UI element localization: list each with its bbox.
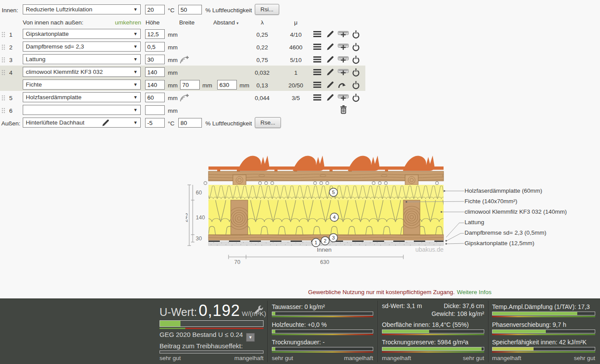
scale-labels: mangelhaftsehr gut — [382, 355, 484, 361]
layer-row-4: 4 climowool Klemmfilz KF3 032▼ mm 0,032 … — [0, 66, 369, 79]
insert-layer-icon[interactable] — [338, 55, 349, 65]
drag-handle-icon[interactable] — [1, 69, 6, 76]
toggle-layer-icon[interactable] — [352, 30, 360, 40]
drag-handle-icon[interactable] — [1, 95, 6, 101]
weitere-infos-link[interactable]: Weitere Infos — [457, 289, 491, 295]
stats-panel: sd-Wert: 3,1 m Dicke: 37,6 cm Gewicht: 1… — [382, 299, 484, 364]
drag-handle-icon[interactable] — [1, 31, 6, 38]
layer-height-input[interactable] — [145, 93, 165, 102]
edit-layer-icon[interactable] — [326, 69, 334, 77]
outside-humidity-input[interactable] — [178, 118, 202, 128]
layer-row-stud-fichte: Fichte▼ mm mm mm 0,13 20/50 — [0, 79, 369, 91]
pencil-icon[interactable] — [102, 119, 109, 128]
wrench-icon[interactable] — [254, 305, 264, 315]
toggle-layer-icon[interactable] — [352, 55, 360, 65]
layer-row-6: 6 ▼ mm — [0, 104, 369, 117]
insert-layer-icon[interactable] — [338, 43, 349, 52]
edit-layer-icon[interactable] — [326, 81, 334, 90]
drag-handle-icon[interactable] — [1, 57, 6, 63]
layer-menu-icon[interactable] — [313, 44, 321, 51]
undo-icon[interactable] — [338, 82, 346, 90]
svg-text:60: 60 — [196, 190, 202, 196]
layer-row-3: 3 Lattung▼ mm 0,75 5/10 — [0, 53, 369, 66]
edit-layer-icon[interactable] — [326, 94, 334, 103]
reverse-link[interactable]: umkehren — [115, 19, 141, 26]
inside-surface-select[interactable]: Reduzierte Luftzirkulation ▼ — [23, 4, 141, 14]
layer-number: 3 — [9, 57, 16, 63]
layer-menu-icon[interactable] — [313, 31, 321, 38]
layer-row-5: 5 Holzfaserdämmplatte▼ mm 0,044 3/5 — [0, 91, 369, 104]
toggle-layer-icon[interactable] — [352, 94, 360, 103]
outside-surface-select[interactable]: Hinterlüftete Dachhaut ▼ — [23, 118, 141, 128]
svg-text:5: 5 — [332, 190, 335, 195]
stud-height-input[interactable] — [145, 80, 165, 90]
layer-menu-icon[interactable] — [313, 56, 321, 64]
chevron-down-icon: ▼ — [133, 82, 138, 87]
outside-temperature-input[interactable] — [145, 118, 165, 128]
svg-text:1: 1 — [315, 240, 317, 245]
lambda-value: 0,22 — [244, 44, 281, 51]
layer-height-input[interactable] — [145, 42, 165, 52]
rse-button[interactable]: Rse... — [255, 117, 281, 128]
chevron-down-icon: ▼ — [133, 57, 138, 62]
gewicht: Gewicht: 108 kg/m² — [431, 310, 484, 317]
edit-layer-icon[interactable] — [326, 31, 334, 39]
inside-temperature-input[interactable] — [145, 5, 165, 14]
toggle-layer-icon[interactable] — [352, 43, 360, 52]
uwert-gauge — [160, 320, 264, 327]
svg-text:3: 3 — [332, 235, 335, 240]
insert-layer-icon[interactable] — [338, 68, 349, 77]
layer-material-select[interactable]: Gipskartonplatte▼ — [23, 29, 141, 39]
svg-text:140: 140 — [196, 215, 205, 221]
layer-material-select[interactable]: Lattung▼ — [23, 54, 141, 64]
layer-material-select[interactable]: climowool Klemmfilz KF3 032▼ — [23, 67, 141, 77]
layer-menu-icon[interactable] — [313, 82, 321, 89]
mu-value: 1 — [280, 69, 312, 76]
stud-spacing-input[interactable] — [217, 80, 237, 90]
drag-handle-icon[interactable] — [1, 107, 6, 114]
layer-menu-icon[interactable] — [313, 69, 321, 76]
layer-menu-icon[interactable] — [313, 94, 321, 102]
scale-labels: mangelhaftsehr gut — [492, 355, 595, 361]
diagram-label: Gipskartonplatte (12,5mm) — [465, 240, 534, 247]
spacing-header[interactable]: Abstand ▾ — [213, 19, 239, 26]
edit-layer-icon[interactable] — [326, 56, 334, 65]
toggle-layer-icon[interactable] — [352, 68, 360, 78]
insert-layer-icon[interactable] — [338, 30, 349, 39]
table-header: Von innen nach außen: umkehren Höhe Brei… — [0, 19, 369, 26]
celsius-unit: °C — [168, 7, 174, 14]
svg-text:4: 4 — [333, 215, 336, 220]
layer-height-input[interactable] — [145, 67, 165, 77]
stud-width-input[interactable] — [180, 80, 200, 90]
layer-height-input[interactable] — [145, 105, 165, 115]
layer-height-input[interactable] — [145, 55, 165, 64]
mu-value: 3/5 — [280, 95, 312, 101]
inside-humidity-input[interactable] — [178, 5, 202, 14]
dicke: Dicke: 37,6 cm — [444, 302, 484, 309]
inside-label: Innen: — [2, 7, 18, 14]
layer-material-select[interactable]: Dampfbremse sd= 2,3▼ — [23, 42, 141, 52]
layer-number: 5 — [9, 95, 16, 101]
outside-humidity-label: % Luftfeuchtigkeit — [205, 120, 252, 127]
insert-layer-icon[interactable] — [338, 94, 349, 103]
uwert-panel: U-Wert: 0,192 W/(m²K) GEG 2020 Bestand U… — [160, 299, 264, 364]
stud-material-select[interactable]: Fichte▼ — [23, 80, 141, 90]
rsi-button[interactable]: Rsi... — [255, 4, 279, 15]
edit-layer-icon[interactable] — [326, 43, 334, 52]
layer-height-input[interactable] — [145, 29, 165, 39]
geg-select-button[interactable]: ▼ — [246, 333, 255, 342]
trash-icon[interactable] — [340, 105, 347, 115]
wood-grain-plus-icon[interactable] — [180, 55, 189, 66]
layer-material-select[interactable]: ▼ — [23, 105, 141, 115]
lambda-value: 0,032 — [244, 69, 281, 76]
innen-caption: Innen — [317, 246, 332, 253]
metric-holzfeuchte: Holzfeuchte: +0,0 % — [272, 321, 373, 335]
wood-grain-plus-icon[interactable] — [180, 93, 189, 104]
layer-material-select[interactable]: Holzfaserdämmplatte▼ — [23, 92, 141, 102]
svg-text:30: 30 — [196, 236, 202, 242]
sd-wert: sd-Wert: 3,1 m — [382, 302, 422, 309]
mu-value: 4600 — [280, 44, 312, 51]
toggle-layer-icon[interactable] — [352, 81, 360, 90]
diagram-label: Lattung — [465, 219, 484, 226]
drag-handle-icon[interactable] — [1, 44, 6, 50]
